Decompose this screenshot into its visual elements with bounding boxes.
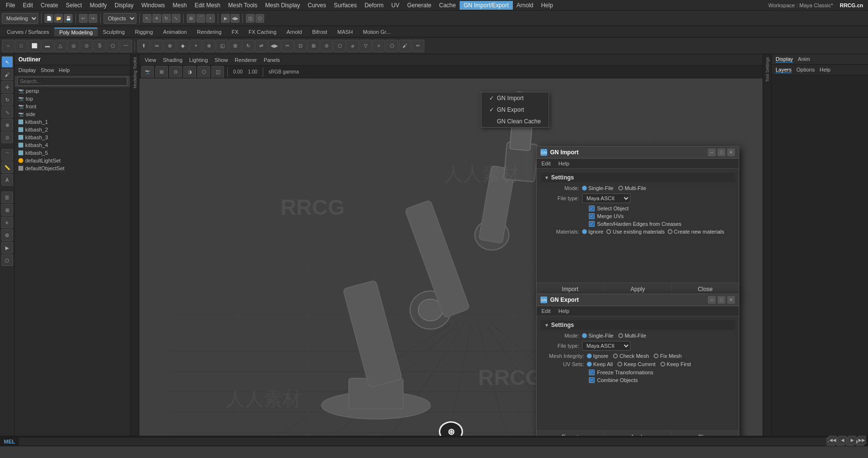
vp-shading-menu[interactable]: Shading [161,56,185,64]
gn-import-mat-create-radio[interactable] [668,229,673,234]
show-manip-tool[interactable]: ⊙ [1,132,13,143]
separate-icon[interactable]: ⊡ [294,40,307,52]
gn-import-mat-ignore-radio[interactable] [582,229,587,234]
attribute-editor-tool[interactable]: ⊞ [1,204,13,216]
objects-selector[interactable]: Objects [104,13,136,24]
vp-panels-menu[interactable]: Panels [261,56,283,64]
gn-export-mi-check-option[interactable]: Check Mesh [613,353,649,359]
poly-torus-icon[interactable]: ◎ [67,40,80,52]
menu-create[interactable]: Create [37,1,62,10]
vp-wireframe-icon[interactable]: ⬡ [197,66,210,78]
outliner-item-default-object-set[interactable]: defaultObjectSet [15,164,130,172]
vp-lighting-menu[interactable]: Lighting [187,56,210,64]
gn-export-uv-keep-all-option[interactable]: Keep All [587,361,613,367]
outliner-item-kitbash1[interactable]: kitbash_1 [15,118,130,126]
gn-export-uv-keep-first-option[interactable]: Keep First [660,361,691,367]
outliner-help-menu[interactable]: Help [59,67,70,73]
retopo-icon[interactable]: ⬠ [386,40,398,52]
viewport-3d[interactable]: RRCG RRCG 人人素材 人人素材 ✓ GN Import ✓ GN Exp… [139,78,763,436]
tab-animation[interactable]: Animation [158,28,192,36]
menu-file[interactable]: File [2,1,19,10]
menu-windows[interactable]: Windows [137,1,169,10]
gn-import-edit-menu[interactable]: Edit [539,160,553,167]
menu-edit[interactable]: Edit [19,1,37,10]
render-icon[interactable]: ▶ [221,14,230,23]
vp-snap-icon[interactable]: ⊙ [169,66,182,78]
tab-rigging[interactable]: Rigging [130,28,158,36]
gn-import-single-file-option[interactable]: Single-File [582,185,614,191]
gn-import-close[interactable]: ✕ [727,148,735,156]
mode-selector[interactable]: Modeling [2,13,38,24]
scale-tool-left[interactable]: ⤡ [1,106,13,118]
save-scene-icon[interactable]: 💾 [64,14,73,23]
sculpt-icon[interactable]: ✏ [412,40,424,52]
gn-import-multi-file-radio[interactable] [618,186,623,191]
gn-import-mat-existing-option[interactable]: Use existing materials [606,229,665,235]
poly-plane-icon[interactable]: ▬ [41,40,54,52]
paint-select-tool[interactable]: 🖌 [1,69,13,80]
component-editor-tool[interactable]: ⬡ [1,254,13,266]
menu-generate[interactable]: Generate [403,1,435,10]
gn-export-close[interactable]: ✕ [727,296,735,304]
outliner-item-kitbash2[interactable]: kitbash_2 [15,126,130,133]
gn-export-mi-fix-radio[interactable] [654,354,658,358]
reduce-icon[interactable]: ▽ [359,40,372,52]
smooth-icon[interactable]: ⌀ [346,40,359,52]
snap-grid-icon[interactable]: ⊞ [187,14,195,23]
vp-view-menu[interactable]: View [142,56,159,64]
gn-export-uv-keep-current-radio[interactable] [617,362,622,367]
gn-export-edit-menu[interactable]: Edit [539,307,553,315]
cb-nav-first[interactable]: ◀◀ [828,436,837,444]
outliner-item-front[interactable]: 📷 front [15,103,130,110]
cb-layers-sub[interactable]: Layers [776,67,792,73]
menu-curves[interactable]: Curves [304,1,330,10]
tab-poly-modeling[interactable]: Poly Modeling [54,28,97,36]
menu-arnold[interactable]: Arnold [513,1,538,10]
move-tool-left[interactable]: ✛ [1,81,13,93]
outliner-show-menu[interactable]: Show [41,67,54,73]
fill-hole-icon[interactable]: ⊗ [203,40,215,52]
gn-export-uv-keep-current-option[interactable]: Keep Current [617,361,655,367]
menu-mesh[interactable]: Mesh [169,1,191,10]
tab-curves-surfaces[interactable]: Curves / Surfaces [2,28,54,36]
bevel-icon[interactable]: ◆ [177,40,189,52]
mel-input[interactable] [19,438,826,445]
menu-mesh-display[interactable]: Mesh Display [261,1,304,10]
boolean-icon[interactable]: ⊘ [320,40,333,52]
menu-modify[interactable]: Modify [86,1,110,10]
poly-cube-icon[interactable]: □ [15,40,28,52]
redo-icon[interactable]: ↪ [89,14,97,23]
gn-import-select-object-checkbox[interactable]: ✓ [589,206,595,211]
snap-curve-icon[interactable]: ⌒ [196,14,205,23]
gn-export-multi-file-radio[interactable] [618,333,623,338]
connect-icon[interactable]: ⊞ [229,40,241,52]
tab-bifrost[interactable]: Bifrost [307,28,332,36]
menu-surfaces[interactable]: Surfaces [330,1,360,10]
menu-help[interactable]: Help [537,1,557,10]
outliner-item-kitbash3[interactable]: kitbash_3 [15,133,130,141]
curve-tool[interactable]: ⌒ [1,149,13,161]
spin-edge-icon[interactable]: ↻ [242,40,254,52]
gn-export-close-button[interactable]: Close [672,431,739,436]
gn-export-mi-ignore-radio[interactable] [587,354,592,358]
subdiv-icon[interactable]: ⬡ [106,40,119,52]
universal-tool[interactable]: ⊕ [1,119,13,131]
outliner-search-input[interactable] [17,77,127,86]
gn-export-mi-check-radio[interactable] [613,354,618,358]
gn-export-apply-button[interactable]: Apply [604,431,672,436]
select-tool-icon[interactable]: ↖ [143,14,151,23]
cb-anim-tab[interactable]: Anim [798,56,810,62]
append-poly-icon[interactable]: ◱ [216,40,228,52]
gn-export-minimize[interactable]: ─ [708,296,716,304]
mirror-icon[interactable]: ⬡ [333,40,346,52]
rotate-tool-icon[interactable]: ↻ [162,14,171,23]
loop-cut-icon[interactable]: + [190,40,202,52]
bridge-icon[interactable]: ⇔ [150,40,163,52]
vp-silhouette-icon[interactable]: ◑ [183,66,196,78]
cb-options-sub[interactable]: Options [796,67,815,73]
ipr-render-icon[interactable]: ◀▶ [231,14,239,23]
menu-uv[interactable]: UV [388,1,404,10]
menu-display[interactable]: Display [111,1,137,10]
gn-export-uv-keep-first-radio[interactable] [660,362,665,367]
new-scene-icon[interactable]: 📄 [45,14,53,23]
